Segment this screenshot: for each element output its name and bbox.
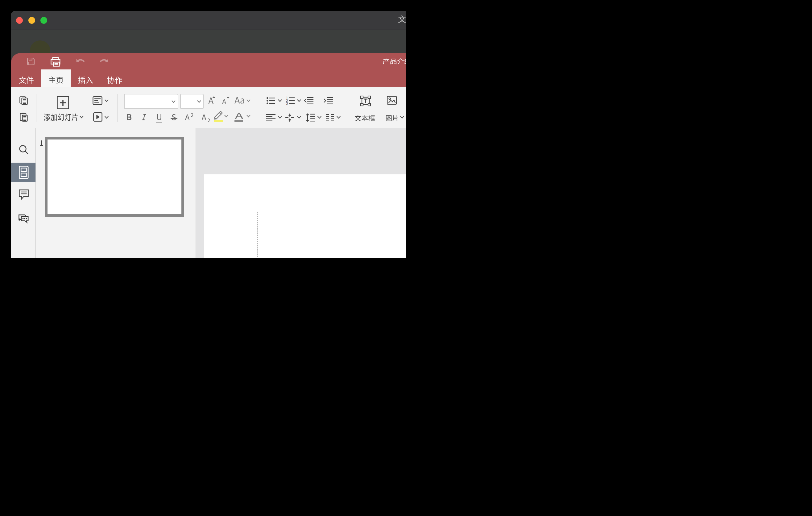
svg-text:3: 3 [286, 102, 288, 105]
